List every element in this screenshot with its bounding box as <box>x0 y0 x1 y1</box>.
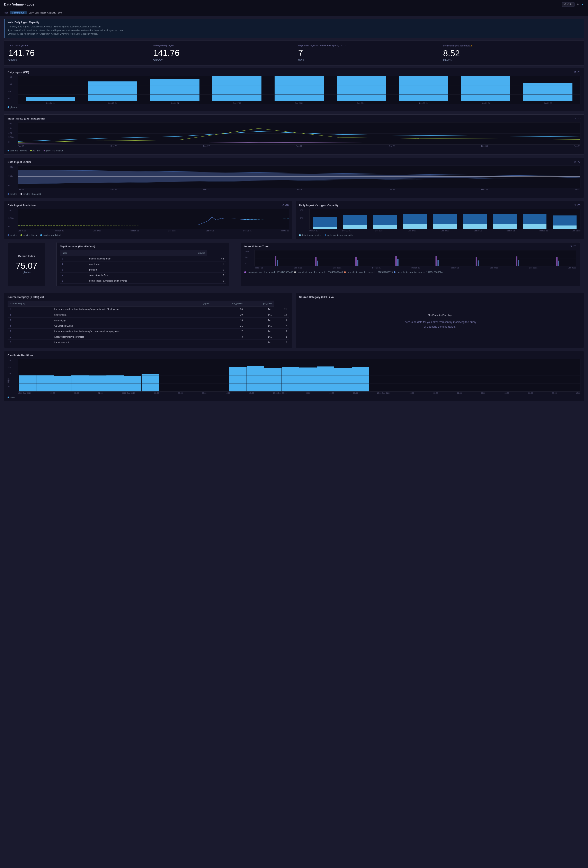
header: Data Volume - Logs ⏱ -24h ↻ ▼ <box>0 0 588 9</box>
bar-col-1: Dec 25 21 <box>82 76 143 104</box>
bar-label-2: Dec 26 21 <box>171 102 179 104</box>
svg-rect-29 <box>556 257 558 266</box>
rank: 3 <box>7 317 52 323</box>
y-label: 15 <box>8 366 16 368</box>
x-label: Dec 30 21 <box>490 267 498 269</box>
col-sourcecategory: sourcecategory <box>7 301 52 307</box>
cat-pct: 7 <box>274 323 289 328</box>
index-trend-legend: _sumologic_agg_log_search_1616447558466 … <box>244 271 576 273</box>
col-gbytes: gbytes <box>52 301 212 307</box>
table-row: 4 CBDefense/Events 11 141 7 <box>7 323 289 328</box>
x-label: Dec 25 21 <box>18 230 26 232</box>
no-data-title: No Data to Display <box>428 313 452 318</box>
legend-mbytes: mbytes <box>7 193 17 195</box>
source-cat-high-section: Source Category (30%+) Vol No Data to Di… <box>296 293 584 348</box>
candidate-header: Candidate Partitions <box>7 354 581 357</box>
legend-agg1: _sumologic_agg_log_search_1616447558466 <box>244 271 293 273</box>
ingest-outlier-header: Data Ingest Outlier ⏱ -7D <box>7 161 581 164</box>
y-label: 150 <box>8 76 16 78</box>
prediction-svg <box>18 209 289 229</box>
candidate-title: Candidate Partitions <box>7 354 33 357</box>
cat-name: kubernetes/sedemo/mobile/banking/account… <box>52 328 212 334</box>
x-label: Dec 26 <box>111 189 117 191</box>
legend-threshold: mbytes_threshold <box>21 193 41 195</box>
stat-label-0: Total Data Ingested <box>8 44 145 47</box>
y-label: 100 <box>8 83 16 86</box>
prediction-header: Data Ingest Prediction ⏱ -7D <box>7 204 289 207</box>
y-label: 50 <box>245 256 253 258</box>
svg-marker-12 <box>18 170 580 184</box>
bar-label-5: Dec 29 21 <box>357 102 365 104</box>
rank-2: 2 <box>60 261 87 267</box>
legend-agg4: _sumologic_agg_log_search_1616518166524 <box>394 271 442 273</box>
x-label: Dec 26 <box>111 145 117 147</box>
legend-predicted: mbytes_predicted <box>40 234 60 236</box>
rank: 7 <box>7 340 52 345</box>
table-row: 5 demo_index_sumologic_audit_events 0 <box>60 278 226 283</box>
tier-value[interactable]: Continuous <box>10 11 27 14</box>
vs-capacity-legend: daily_ingest_gbytes daily_log_ingest_cap… <box>299 234 581 236</box>
y-label: 5 <box>8 379 16 381</box>
x-label: Dec 27 <box>203 189 210 191</box>
x-label: 12:00 Dec 29 21 <box>18 392 31 394</box>
svg-rect-23 <box>315 257 317 266</box>
svg-rect-24 <box>355 257 357 266</box>
x-label: Dec 28 21 <box>411 267 420 269</box>
x-label: 03:00 <box>504 392 509 394</box>
legend-curr: curr_hrs_mbytes <box>7 149 27 152</box>
prediction-title: Data Ingest Prediction <box>7 204 35 207</box>
cat-gbytes: 1 <box>212 340 245 345</box>
stat-unit-1: GB/Day <box>153 58 290 61</box>
x-label: Jan 01 22 <box>281 230 289 232</box>
bar-0 <box>26 97 75 101</box>
x-label: Dec 30 21 <box>206 230 214 232</box>
x-label: 15:00 <box>249 392 254 394</box>
x-label: 21:00 <box>98 392 103 394</box>
x-label: Dec 25 21 <box>342 230 351 232</box>
y-label: 200k <box>8 175 16 177</box>
cat-gbytes: 13 <box>212 317 245 323</box>
filter-button[interactable]: ▼ <box>581 3 584 6</box>
x-label: 09:00 <box>552 392 557 394</box>
svg-rect-25 <box>395 256 397 266</box>
three-col-row: Default Index 75.07 gbytes Top 5 Indexes… <box>4 242 584 289</box>
index-name-4: sourceApacheError <box>87 272 207 278</box>
y-label: 10k <box>8 132 16 134</box>
svg-rect-22 <box>275 256 276 266</box>
index-volume-trend-section: Index Volume Trend ⏱ -7D 100 50 0 <box>241 242 580 286</box>
x-label: 21:00 <box>457 392 462 394</box>
x-label: Dec 31 <box>574 189 581 191</box>
bar-4 <box>274 76 324 101</box>
bar-6 <box>399 76 448 101</box>
index-name-2: guard_duty <box>87 261 207 267</box>
refresh-button[interactable]: ↻ <box>577 3 579 6</box>
stat-unit-0: Gbytes <box>8 58 145 61</box>
cat-gbytes: 20 <box>212 312 245 317</box>
x-label: Dec 26 21 <box>375 230 383 232</box>
svg-rect-33 <box>397 259 399 266</box>
x-label: Dec 28 21 <box>441 230 449 232</box>
x-label: Dec 25 <box>18 189 24 191</box>
table-row: 6 Labs/Kubernetesv2/core/falco 3 141 2 <box>7 334 289 340</box>
y-label: 0 <box>8 226 16 228</box>
cat-gbytes: 30 <box>212 306 245 312</box>
svg-rect-26 <box>436 256 437 266</box>
svg-rect-35 <box>478 260 479 266</box>
x-label: 09:00 <box>202 392 206 394</box>
cat-tot: 141 <box>245 306 274 312</box>
svg-rect-37 <box>558 260 559 266</box>
rank: 1 <box>7 306 52 312</box>
cat-tot: 141 <box>245 312 274 317</box>
x-label: Dec 27 <box>203 145 210 147</box>
table-row: 3 anema/gcp 13 141 9 <box>7 317 289 323</box>
x-label: 12:00 Dec 31 21 <box>377 392 391 394</box>
bar-label-4: Dec 28 21 <box>295 102 303 104</box>
time-control[interactable]: ⏱ -24h <box>562 2 575 7</box>
x-label: 18:00 Dec 30 21 <box>273 392 287 394</box>
prediction-time: ⏱ -7D <box>282 204 289 207</box>
cat-tot: 141 <box>245 317 274 323</box>
header-controls: ⏱ -24h ↻ ▼ <box>562 2 584 7</box>
y-label: 20k <box>8 123 16 125</box>
cat-tot: 141 <box>245 323 274 328</box>
x-label: Dec 29 21 <box>451 267 459 269</box>
